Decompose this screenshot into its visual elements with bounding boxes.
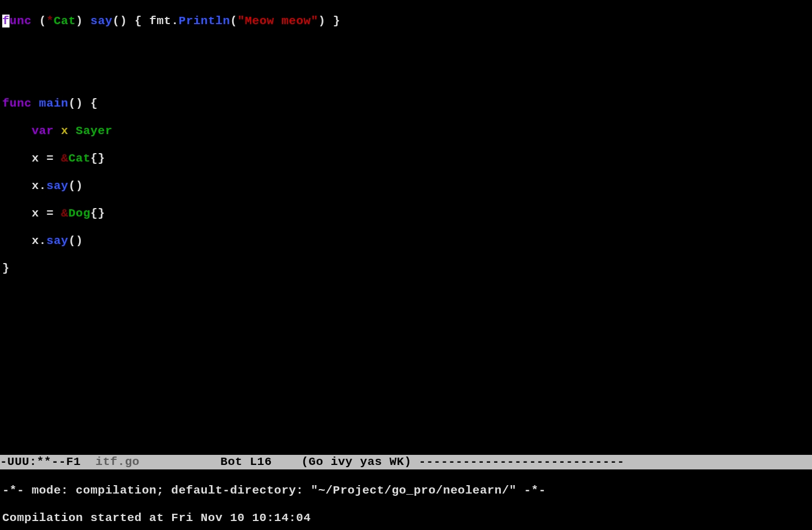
indent <box>2 179 31 192</box>
code-line[interactable]: } <box>2 261 810 276</box>
paren-open: ( <box>39 15 47 27</box>
modeline-filename: itf.go <box>95 455 140 468</box>
code-line[interactable]: func (*Cat) say() { fmt.Println("Meow me… <box>2 14 810 29</box>
indent <box>2 152 31 165</box>
string-literal: "Meow meow" <box>237 15 318 27</box>
type-dog: Dog <box>68 207 90 220</box>
type-sayer: Sayer <box>76 125 113 137</box>
pkg-fmt: fmt <box>149 15 171 27</box>
brace-close: } <box>333 15 340 27</box>
keyword-var: var <box>31 125 53 137</box>
code-editor-pane[interactable]: func (*Cat) say() { fmt.Println("Meow me… <box>0 0 812 455</box>
type-cat: Cat <box>54 15 76 27</box>
var-x: x <box>31 179 39 192</box>
method-say: say <box>47 234 68 247</box>
code-line-empty[interactable] <box>2 399 810 413</box>
compilation-header: -*- mode: compilation; default-directory… <box>2 483 810 498</box>
fn-println: Println <box>179 15 230 27</box>
compilation-start: Compilation started at Fri Nov 10 10:14:… <box>2 511 810 526</box>
var-x: x <box>31 234 39 247</box>
code-line[interactable]: x.say() <box>2 234 810 248</box>
gap <box>272 455 301 468</box>
fn-main: main <box>39 97 68 110</box>
keyword-func: unc <box>10 15 31 27</box>
dot: . <box>39 234 47 247</box>
var-x: x <box>61 125 68 137</box>
ampersand: & <box>61 207 68 220</box>
code-line-empty[interactable] <box>2 344 810 358</box>
code-line[interactable]: var x Sayer <box>2 124 810 139</box>
gap <box>140 455 220 468</box>
code-line-empty[interactable] <box>2 42 810 56</box>
brace-open: { <box>90 97 98 110</box>
indent <box>2 207 31 220</box>
parens: () <box>68 234 83 247</box>
method-say: say <box>47 179 68 192</box>
compilation-pane[interactable]: -*- mode: compilation; default-directory… <box>0 469 812 530</box>
parens: () <box>68 179 83 192</box>
assign: x = <box>31 207 61 220</box>
modeline-dashes: ---------------------------- <box>412 455 625 468</box>
code-line[interactable]: x = &Dog{} <box>2 206 810 221</box>
code-line-empty[interactable] <box>2 316 810 331</box>
cursor: f <box>2 15 10 27</box>
code-line[interactable]: x.say() <box>2 179 810 193</box>
indent <box>2 234 31 247</box>
assign: x = <box>31 152 61 165</box>
code-line[interactable]: x = &Cat{} <box>2 151 810 166</box>
paren-close: ) <box>319 15 326 27</box>
paren-open: ( <box>230 15 237 27</box>
braces: {} <box>90 207 105 220</box>
dot: . <box>39 179 47 192</box>
method-say: say <box>90 15 112 27</box>
keyword-func: func <box>2 97 31 110</box>
modeline-position: Bot L16 <box>220 455 272 468</box>
modeline-status: -UUU:**--F1 <box>0 455 95 468</box>
brace-close: } <box>2 262 10 275</box>
indent <box>2 125 31 137</box>
dot: . <box>171 15 178 27</box>
code-line-empty[interactable] <box>2 371 810 386</box>
brace-open: { <box>135 15 142 27</box>
parens: () <box>113 15 127 27</box>
modeline-top[interactable]: -UUU:**--F1 itf.go Bot L16 (Go ivy yas W… <box>0 455 812 469</box>
ampersand: & <box>61 152 68 165</box>
modeline-modes: (Go ivy yas WK) <box>301 455 412 468</box>
code-line[interactable]: func main() { <box>2 96 810 111</box>
braces: {} <box>90 152 105 165</box>
type-cat: Cat <box>68 152 90 165</box>
star: * <box>47 15 54 27</box>
code-line-empty[interactable] <box>2 69 810 84</box>
code-line-empty[interactable] <box>2 426 810 441</box>
parens: () <box>68 97 83 110</box>
code-line-empty[interactable] <box>2 289 810 303</box>
paren-close: ) <box>76 15 83 27</box>
